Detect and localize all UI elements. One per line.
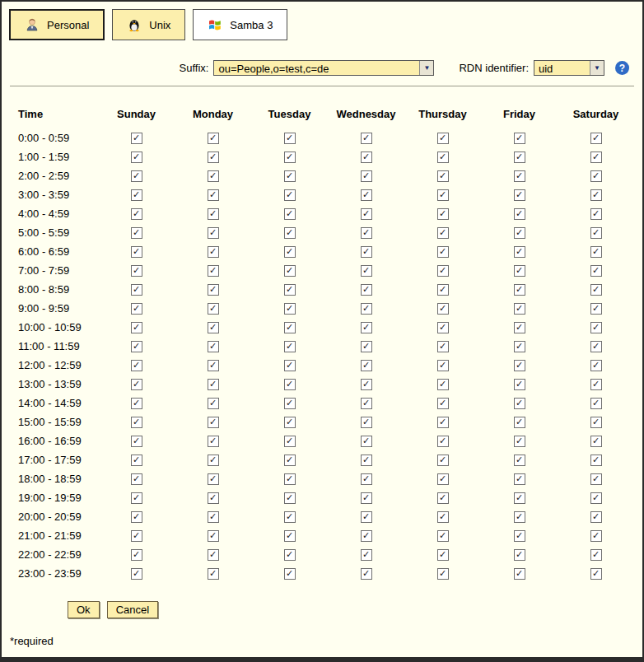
hour-checkbox-monday[interactable]: ✓ — [208, 417, 219, 428]
hour-checkbox-friday[interactable]: ✓ — [514, 568, 525, 580]
hour-checkbox-sunday[interactable]: ✓ — [131, 455, 142, 466]
hour-checkbox-sunday[interactable]: ✓ — [131, 549, 142, 561]
hour-checkbox-monday[interactable]: ✓ — [208, 322, 219, 333]
hour-checkbox-monday[interactable]: ✓ — [208, 549, 219, 561]
hour-checkbox-saturday[interactable]: ✓ — [590, 133, 602, 144]
hour-checkbox-friday[interactable]: ✓ — [514, 455, 525, 466]
hour-checkbox-sunday[interactable]: ✓ — [131, 284, 142, 296]
rdn-identifier-select[interactable]: uid ▼ — [534, 60, 604, 76]
hour-checkbox-sunday[interactable]: ✓ — [131, 398, 142, 409]
hour-checkbox-sunday[interactable]: ✓ — [131, 227, 142, 239]
hour-checkbox-friday[interactable]: ✓ — [514, 492, 525, 504]
hour-checkbox-monday[interactable]: ✓ — [208, 246, 219, 258]
help-icon[interactable]: ? — [615, 61, 629, 75]
hour-checkbox-thursday[interactable]: ✓ — [437, 152, 449, 163]
hour-checkbox-friday[interactable]: ✓ — [514, 303, 525, 315]
hour-checkbox-friday[interactable]: ✓ — [514, 170, 525, 182]
hour-checkbox-wednesday[interactable]: ✓ — [361, 189, 372, 201]
hour-checkbox-thursday[interactable]: ✓ — [437, 170, 449, 182]
hour-checkbox-sunday[interactable]: ✓ — [131, 133, 142, 144]
hour-checkbox-wednesday[interactable]: ✓ — [361, 208, 372, 220]
hour-checkbox-monday[interactable]: ✓ — [208, 492, 219, 504]
hour-checkbox-monday[interactable]: ✓ — [208, 265, 219, 277]
hour-checkbox-saturday[interactable]: ✓ — [590, 473, 602, 485]
hour-checkbox-friday[interactable]: ✓ — [514, 265, 525, 277]
hour-checkbox-tuesday[interactable]: ✓ — [284, 303, 296, 315]
hour-checkbox-saturday[interactable]: ✓ — [590, 436, 602, 447]
hour-checkbox-saturday[interactable]: ✓ — [590, 170, 602, 182]
hour-checkbox-sunday[interactable]: ✓ — [131, 170, 142, 182]
hour-checkbox-wednesday[interactable]: ✓ — [361, 492, 372, 504]
hour-checkbox-monday[interactable]: ✓ — [208, 436, 219, 447]
hour-checkbox-wednesday[interactable]: ✓ — [361, 511, 372, 523]
hour-checkbox-thursday[interactable]: ✓ — [437, 227, 449, 239]
hour-checkbox-thursday[interactable]: ✓ — [437, 379, 449, 390]
hour-checkbox-saturday[interactable]: ✓ — [590, 208, 602, 220]
hour-checkbox-monday[interactable]: ✓ — [208, 227, 219, 239]
hour-checkbox-friday[interactable]: ✓ — [514, 360, 525, 371]
hour-checkbox-thursday[interactable]: ✓ — [437, 133, 449, 144]
hour-checkbox-tuesday[interactable]: ✓ — [284, 152, 296, 163]
hour-checkbox-friday[interactable]: ✓ — [514, 133, 525, 144]
hour-checkbox-thursday[interactable]: ✓ — [437, 265, 449, 277]
hour-checkbox-monday[interactable]: ✓ — [208, 379, 219, 390]
hour-checkbox-sunday[interactable]: ✓ — [131, 379, 142, 390]
hour-checkbox-wednesday[interactable]: ✓ — [361, 341, 372, 352]
cancel-button[interactable]: Cancel — [107, 601, 158, 618]
hour-checkbox-tuesday[interactable]: ✓ — [284, 170, 296, 182]
hour-checkbox-thursday[interactable]: ✓ — [437, 511, 449, 523]
hour-checkbox-wednesday[interactable]: ✓ — [361, 152, 372, 163]
hour-checkbox-tuesday[interactable]: ✓ — [284, 246, 296, 258]
hour-checkbox-wednesday[interactable]: ✓ — [361, 398, 372, 409]
hour-checkbox-friday[interactable]: ✓ — [514, 341, 525, 352]
hour-checkbox-sunday[interactable]: ✓ — [131, 341, 142, 352]
hour-checkbox-tuesday[interactable]: ✓ — [284, 189, 296, 201]
hour-checkbox-sunday[interactable]: ✓ — [131, 511, 142, 523]
hour-checkbox-thursday[interactable]: ✓ — [437, 530, 449, 542]
hour-checkbox-saturday[interactable]: ✓ — [590, 303, 602, 315]
hour-checkbox-tuesday[interactable]: ✓ — [284, 511, 296, 523]
hour-checkbox-tuesday[interactable]: ✓ — [284, 322, 296, 333]
hour-checkbox-thursday[interactable]: ✓ — [437, 189, 449, 201]
suffix-select[interactable]: ou=People,o=test,c=de ▼ — [213, 60, 434, 76]
hour-checkbox-friday[interactable]: ✓ — [514, 189, 525, 201]
hour-checkbox-wednesday[interactable]: ✓ — [361, 473, 372, 485]
hour-checkbox-saturday[interactable]: ✓ — [590, 379, 602, 390]
hour-checkbox-friday[interactable]: ✓ — [514, 208, 525, 220]
hour-checkbox-thursday[interactable]: ✓ — [437, 246, 449, 258]
hour-checkbox-thursday[interactable]: ✓ — [437, 303, 449, 315]
hour-checkbox-friday[interactable]: ✓ — [514, 152, 525, 163]
hour-checkbox-wednesday[interactable]: ✓ — [361, 568, 372, 580]
hour-checkbox-monday[interactable]: ✓ — [208, 473, 219, 485]
hour-checkbox-tuesday[interactable]: ✓ — [284, 473, 296, 485]
hour-checkbox-wednesday[interactable]: ✓ — [361, 265, 372, 277]
hour-checkbox-tuesday[interactable]: ✓ — [284, 549, 296, 561]
hour-checkbox-wednesday[interactable]: ✓ — [361, 227, 372, 239]
hour-checkbox-sunday[interactable]: ✓ — [131, 189, 142, 201]
hour-checkbox-tuesday[interactable]: ✓ — [284, 568, 296, 580]
hour-checkbox-sunday[interactable]: ✓ — [131, 303, 142, 315]
hour-checkbox-sunday[interactable]: ✓ — [131, 322, 142, 333]
hour-checkbox-friday[interactable]: ✓ — [514, 227, 525, 239]
hour-checkbox-tuesday[interactable]: ✓ — [284, 360, 296, 371]
hour-checkbox-thursday[interactable]: ✓ — [437, 398, 449, 409]
hour-checkbox-wednesday[interactable]: ✓ — [361, 322, 372, 333]
tab-samba3[interactable]: Samba 3 — [193, 9, 287, 40]
hour-checkbox-saturday[interactable]: ✓ — [590, 284, 602, 296]
hour-checkbox-monday[interactable]: ✓ — [208, 398, 219, 409]
hour-checkbox-wednesday[interactable]: ✓ — [361, 360, 372, 371]
hour-checkbox-saturday[interactable]: ✓ — [590, 511, 602, 523]
hour-checkbox-monday[interactable]: ✓ — [208, 341, 219, 352]
hour-checkbox-tuesday[interactable]: ✓ — [284, 436, 296, 447]
hour-checkbox-wednesday[interactable]: ✓ — [361, 379, 372, 390]
hour-checkbox-wednesday[interactable]: ✓ — [361, 303, 372, 315]
hour-checkbox-wednesday[interactable]: ✓ — [361, 170, 372, 182]
hour-checkbox-tuesday[interactable]: ✓ — [284, 417, 296, 428]
hour-checkbox-friday[interactable]: ✓ — [514, 549, 525, 561]
hour-checkbox-saturday[interactable]: ✓ — [590, 265, 602, 277]
hour-checkbox-friday[interactable]: ✓ — [514, 417, 525, 428]
hour-checkbox-saturday[interactable]: ✓ — [590, 455, 602, 466]
hour-checkbox-wednesday[interactable]: ✓ — [361, 530, 372, 542]
hour-checkbox-friday[interactable]: ✓ — [514, 511, 525, 523]
hour-checkbox-sunday[interactable]: ✓ — [131, 492, 142, 504]
